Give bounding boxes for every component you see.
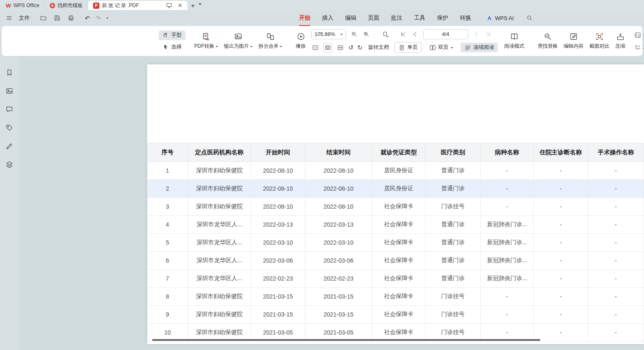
undo-icon[interactable]: ↶ [85, 15, 90, 21]
table-cell: - [481, 162, 534, 180]
full-translation-button[interactable]: A文 全文翻译 [631, 31, 644, 40]
table-row[interactable]: 3深圳市妇幼保健院2022-08-102022-08-10社会保障卡门诊挂号--… [147, 198, 644, 216]
tab-wps-office[interactable]: W WPS Office [1, 1, 45, 10]
first-page-icon[interactable] [399, 30, 407, 38]
split-merge-button[interactable]: 拆分合并 [256, 31, 285, 51]
comment-icon[interactable] [5, 105, 14, 114]
open-folder-icon[interactable] [39, 14, 48, 22]
ribbon-tab-home[interactable]: 开始 [293, 13, 316, 23]
column-header: 序号 [147, 143, 188, 162]
tab-document-controls: ✕ [165, 1, 183, 10]
table-cell: 2022-08-10 [305, 162, 372, 180]
page-jump-icon[interactable] [382, 30, 390, 38]
table-cell: - [534, 324, 588, 342]
actual-size-icon[interactable]: 1:1 [311, 43, 319, 52]
document-area[interactable]: 序号定点医药机构名称开始时间结束时间就诊凭证类型医疗类别病种名称住院主诊断名称手… [18, 57, 644, 350]
continuous-read-button[interactable]: 连续阅读 [461, 43, 498, 52]
ribbon-tab-edit[interactable]: 编辑 [339, 13, 362, 23]
table-cell: - [534, 252, 588, 270]
edit-content-button[interactable]: 编辑内容 [560, 31, 586, 51]
export-image-button[interactable]: 输出为图片 [221, 31, 256, 51]
table-cell: 2022-08-10 [305, 180, 372, 198]
file-menu[interactable]: 文件 [19, 14, 30, 22]
table-cell: - [588, 162, 644, 180]
thumbnail-icon[interactable] [5, 86, 14, 96]
ribbon-tab-insert[interactable]: 插入 [316, 13, 339, 23]
horizontal-scrollbar[interactable] [152, 339, 540, 341]
ribbon-tab-page[interactable]: 页面 [362, 13, 385, 23]
hand-tool-button[interactable]: 手型 [159, 31, 185, 40]
bookmark-icon[interactable] [5, 68, 14, 77]
pdf-convert-button[interactable]: PDF转换 [191, 31, 221, 51]
word-translation-button[interactable]: 文A 划词翻译 [631, 42, 644, 52]
find-replace-icon [543, 32, 552, 41]
double-page-label: 双页 [438, 44, 449, 51]
tag-icon[interactable] [5, 123, 14, 133]
fit-width-icon[interactable] [336, 43, 345, 52]
print-icon[interactable] [67, 14, 75, 22]
ribbon-tab-tools[interactable]: 工具 [408, 13, 431, 23]
save-icon[interactable] [53, 14, 61, 22]
table-row[interactable]: 5深圳市龙华区人...2022-03-102022-03-10社会保障卡普通门诊… [147, 234, 644, 252]
tab-list-chevron-icon[interactable] [198, 3, 202, 7]
new-tab-icon[interactable]: + [188, 2, 198, 10]
layers-icon[interactable] [5, 160, 14, 169]
table-cell: 2022-02-23 [305, 270, 372, 288]
rotate-left-icon[interactable]: ↺ [348, 44, 354, 51]
continuous-read-icon [464, 44, 471, 51]
svg-text:1:1: 1:1 [314, 46, 317, 49]
select-tool-button[interactable]: 选择 [159, 42, 185, 52]
table-row[interactable]: 7深圳市龙华区人...2022-02-232022-02-23社会保障卡普通门诊… [147, 270, 644, 288]
hamburger-menu-icon[interactable] [5, 14, 13, 22]
history-chevron-icon[interactable] [106, 18, 109, 20]
ribbon-tab-comment[interactable]: 批注 [385, 13, 408, 23]
search-icon[interactable] [525, 14, 534, 22]
table-cell: 2021-03-15 [251, 288, 305, 306]
mini-window-icon[interactable] [165, 1, 173, 10]
table-cell: - [588, 324, 644, 342]
table-row[interactable]: 4深圳市龙华区人...2022-03-132022-03-13社会保障卡普通门诊… [147, 216, 644, 234]
fit-page-icon[interactable] [323, 43, 332, 52]
table-row[interactable]: 6深圳市龙华区人...2022-03-062022-03-06社会保障卡普通门诊… [147, 252, 644, 270]
table-cell: 2021-03-15 [251, 306, 305, 324]
previous-page-icon[interactable] [411, 30, 419, 38]
rotate-right-icon[interactable]: ↻ [357, 44, 363, 51]
ribbon-tab-convert[interactable]: 转换 [454, 13, 477, 23]
screenshot-compare-button[interactable]: 截图对比 [586, 31, 612, 51]
find-replace-button[interactable]: 查找替换 [535, 31, 560, 51]
table-cell: 2022-08-10 [251, 162, 305, 180]
table-row[interactable]: 1深圳市妇幼保健院2022-08-102022-08-10居民身份证普通门诊--… [147, 162, 644, 180]
table-row[interactable]: 2深圳市妇幼保健院2022-08-102022-08-10居民身份证普通门诊--… [147, 180, 644, 198]
page-number-input[interactable]: 4/4 [423, 29, 468, 39]
table-row[interactable]: 8深圳市妇幼保健院2021-03-152021-03-15社会保障卡门诊挂号--… [147, 288, 644, 306]
table-cell: 9 [147, 306, 188, 324]
zoom-level-select[interactable]: 105.88% [311, 29, 346, 39]
screenshot-compare-label: 截图对比 [589, 43, 609, 50]
rotate-document-button[interactable]: 旋转文档 [366, 43, 390, 52]
single-page-button[interactable]: 单页 [394, 42, 422, 53]
tab-document-pdf[interactable]: P 就 医 记 录 .PDF ✕ [88, 1, 188, 10]
last-page-icon[interactable] [484, 30, 492, 38]
compress-button[interactable]: 压缩 [612, 31, 628, 51]
table-cell: - [481, 180, 534, 198]
table-cell: 2022-08-10 [251, 198, 305, 216]
pdf-page[interactable]: 序号定点医药机构名称开始时间结束时间就诊凭证类型医疗类别病种名称住院主诊断名称手… [147, 64, 644, 344]
signature-pen-icon[interactable] [5, 141, 14, 151]
zoom-in-icon[interactable] [362, 30, 370, 38]
play-icon [297, 32, 305, 41]
tab-docer-template[interactable]: 找稻壳模板 [45, 1, 88, 10]
read-mode-label: 阅读模式 [504, 43, 524, 50]
split-merge-icon [266, 32, 275, 41]
table-row[interactable]: 9深圳市妇幼保健院2021-03-152021-03-15社会保障卡门诊挂号--… [147, 306, 644, 324]
next-page-icon[interactable] [472, 30, 480, 38]
ribbon-tab-protect[interactable]: 保护 [431, 13, 454, 23]
play-button[interactable]: 播放 [293, 31, 309, 51]
table-cell: - [588, 234, 644, 252]
double-page-button[interactable]: 双页 [426, 43, 457, 52]
wps-ai-button[interactable]: WPS AI [486, 15, 514, 21]
column-header: 手术操作名称 [588, 143, 644, 162]
close-tab-icon[interactable]: ✕ [177, 3, 183, 8]
redo-icon[interactable]: ↷ [96, 15, 101, 21]
zoom-out-icon[interactable] [350, 30, 358, 38]
read-mode-button[interactable]: 阅读模式 [501, 31, 527, 51]
